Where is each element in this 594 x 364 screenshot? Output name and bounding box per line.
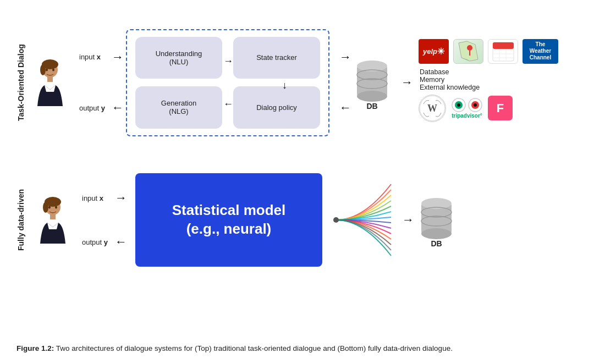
model-line1: Statistical model bbox=[172, 201, 286, 220]
policy-nlg-arrow: ← bbox=[223, 98, 233, 110]
input-arrow-bottom: → bbox=[115, 191, 127, 205]
svg-rect-34 bbox=[50, 214, 56, 219]
db-label-bottom: DB bbox=[431, 239, 442, 248]
svg-point-40 bbox=[421, 228, 452, 239]
svg-point-14 bbox=[467, 45, 472, 51]
input-arrow-top: → bbox=[112, 50, 124, 64]
svg-point-29 bbox=[457, 103, 460, 107]
stat-model-box: Statistical model (e.g., neural) bbox=[135, 173, 322, 267]
svg-point-35 bbox=[48, 206, 51, 209]
io-arrows-bottom: → ← bbox=[115, 176, 127, 264]
svg-rect-3 bbox=[47, 76, 53, 82]
db-cylinder-bottom bbox=[419, 192, 454, 242]
to-db-arrow-bottom: → bbox=[402, 213, 414, 227]
svg-point-4 bbox=[46, 69, 48, 71]
state-tracker-box: State tracker bbox=[233, 37, 320, 79]
to-db-arrow: → bbox=[339, 50, 351, 64]
from-db-arrow: ← bbox=[339, 101, 351, 115]
db-bottom: DB bbox=[419, 192, 454, 248]
svg-point-30 bbox=[474, 103, 477, 107]
nlu-box: Understanding(NLU) bbox=[135, 37, 222, 79]
output-arrow-bottom: ← bbox=[115, 235, 127, 249]
tripadvisor-logo: tripadvisor° bbox=[450, 97, 483, 119]
io-labels-bottom: input x output y bbox=[82, 176, 108, 264]
db-cylinder-top bbox=[354, 55, 390, 104]
cables-area bbox=[333, 173, 394, 267]
top-side-label: Task-Oriented Dialog bbox=[16, 11, 25, 154]
top-section: Task-Oriented Dialog bbox=[16, 11, 578, 154]
input-label-top: input x bbox=[79, 53, 105, 61]
svg-point-33 bbox=[43, 202, 48, 213]
output-label-bottom: output y bbox=[82, 238, 108, 246]
nlg-box: Generation(NLG) bbox=[135, 86, 222, 129]
db-label-top: DB bbox=[366, 102, 377, 111]
avatar-bottom bbox=[34, 195, 72, 245]
cables-svg bbox=[333, 173, 394, 267]
io-arrows-top: → ← bbox=[112, 32, 124, 134]
svg-marker-11 bbox=[459, 41, 478, 61]
svg-point-37 bbox=[333, 217, 339, 223]
svg-point-36 bbox=[55, 206, 57, 209]
svg-point-2 bbox=[40, 64, 46, 75]
dashed-box: Understanding(NLU) State tracker Generat… bbox=[126, 29, 329, 136]
bottom-side-label: Fully data-driven bbox=[16, 165, 25, 275]
db-text-info: DatabaseMemoryExternal knowledge bbox=[420, 68, 480, 91]
avatar-top bbox=[31, 58, 69, 107]
yelp-logo: yelp✳ bbox=[419, 39, 449, 64]
main-container: Task-Oriented Dialog bbox=[0, 0, 594, 364]
calendar-logo bbox=[488, 39, 518, 64]
wikipedia-logo: W bbox=[419, 95, 446, 122]
db-arrows-top: → ← bbox=[339, 32, 351, 134]
caption: Figure 1.2: Two architectures of dialogu… bbox=[16, 343, 578, 354]
logos-row-1: yelp✳ bbox=[419, 39, 558, 64]
svg-point-8 bbox=[357, 91, 387, 102]
foursquare-logo: F bbox=[488, 96, 513, 120]
output-label-top: output y bbox=[79, 104, 105, 112]
input-label-bottom: input x bbox=[82, 194, 108, 202]
svg-point-5 bbox=[52, 69, 54, 71]
map-logo bbox=[453, 39, 483, 64]
logos-area: yelp✳ bbox=[419, 39, 558, 126]
dialog-policy-box: Dialog policy bbox=[233, 86, 320, 129]
svg-rect-17 bbox=[493, 42, 514, 49]
bottom-section: Fully data-driven input x output y → ← bbox=[16, 165, 578, 275]
db-top: DB bbox=[354, 55, 390, 111]
io-labels-top: input x output y bbox=[79, 32, 105, 134]
to-logos-arrow: → bbox=[401, 75, 413, 90]
svg-text:W: W bbox=[427, 103, 437, 114]
nlu-state-arrow: → bbox=[223, 56, 233, 67]
weather-logo: The Weather Channel bbox=[522, 39, 558, 64]
state-policy-arrow: ↓ bbox=[282, 80, 287, 91]
caption-text: Figure 1.2: Two architectures of dialogu… bbox=[16, 344, 453, 352]
model-line2: (e.g., neural) bbox=[172, 220, 286, 239]
logos-row-2: W bbox=[419, 95, 513, 122]
output-arrow-top: ← bbox=[112, 101, 124, 115]
